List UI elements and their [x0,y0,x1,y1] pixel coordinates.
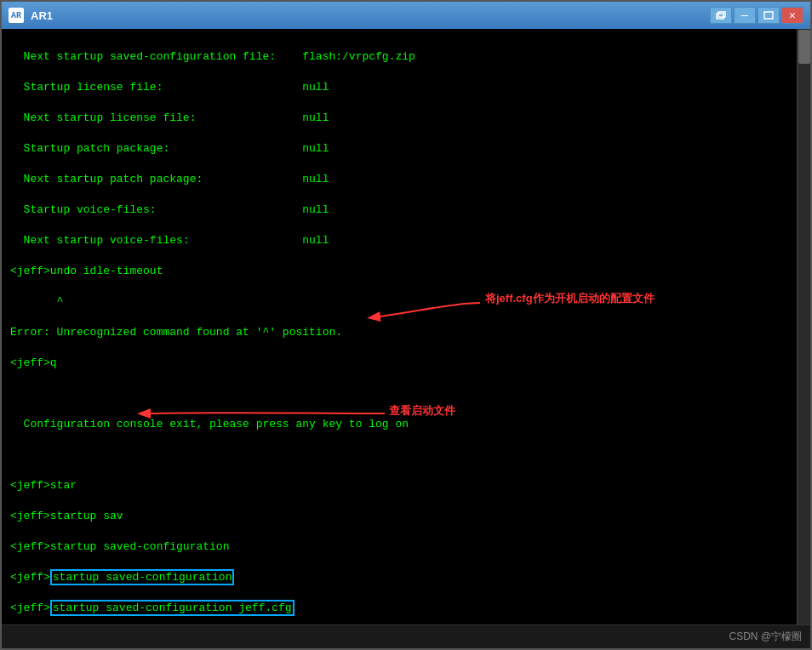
line-16: <jeff>startup sav [10,509,802,524]
line-19: <jeff>startup saved-configuration jeff.c… [10,601,802,616]
line-7: Next startup voice-files: null [10,233,802,248]
line-11: <jeff>q [10,356,802,371]
terminal-window: AR AR1 — ✕ Next startup saved-configurat… [0,0,812,650]
watermark: CSDN @宁檬圈 [729,630,802,644]
close-icon: ✕ [789,9,796,22]
svg-rect-0 [717,14,723,19]
bottom-bar: CSDN @宁檬圈 [2,624,810,648]
minimize-button[interactable]: — [734,7,756,24]
window-controls: — ✕ [710,7,803,24]
line-15: <jeff>star [10,478,802,493]
highlight-startup-saved: startup saved-configuration [50,569,235,585]
close-button[interactable]: ✕ [781,7,803,24]
terminal-content: Next startup saved-configuration file: f… [10,34,802,624]
line-3: Next startup license file: null [10,111,802,126]
scrollbar[interactable] [797,29,810,624]
title-bar-left: AR AR1 [9,8,53,23]
line-12 [10,386,802,402]
line-5: Next startup patch package: null [10,172,802,187]
line-1: Next startup saved-configuration file: f… [10,49,802,65]
annotation-2: 查看启动文件 [389,403,455,419]
annotation-2-text: 查看启动文件 [389,404,455,417]
line-18: <jeff>startup saved-configuration [10,570,802,585]
line-8: <jeff>undo idle-timeout [10,264,802,279]
window-title: AR1 [31,9,53,22]
minimize-icon: — [741,9,748,21]
terminal-area[interactable]: Next startup saved-configuration file: f… [2,29,810,624]
scrollbar-thumb[interactable] [798,30,810,64]
svg-rect-1 [718,12,725,17]
maximize-button[interactable] [758,7,780,24]
line-17: <jeff>startup saved-configuration [10,539,802,555]
line-10: Error: Unrecognized command found at '^'… [10,325,802,340]
line-14 [10,448,802,463]
line-6: Startup voice-files: null [10,202,802,218]
line-4: Startup patch package: null [10,141,802,157]
app-icon: AR [9,8,24,23]
line-13: Configuration console exit, please press… [10,417,802,432]
svg-rect-2 [764,12,773,19]
line-9: ^ [10,294,802,310]
highlight-jeff-cfg-cmd: startup saved-configuration jeff.cfg [50,600,294,616]
annotation-1: 将jeff.cfg作为开机启动的配置文件 [485,291,655,306]
title-bar: AR AR1 — ✕ [2,2,810,29]
annotation-1-text: 将jeff.cfg作为开机启动的配置文件 [485,292,655,305]
line-2: Startup license file: null [10,80,802,95]
restore-button[interactable] [710,7,732,24]
